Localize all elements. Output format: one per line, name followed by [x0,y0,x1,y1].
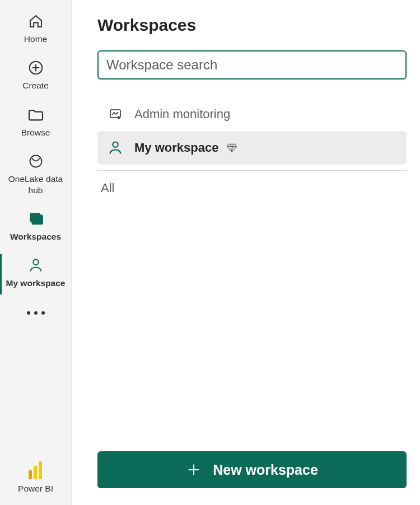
sidebar: Home Create Browse OneLake data hub Work… [0,0,72,505]
workspaces-icon [27,210,45,228]
plus-circle-icon [27,59,45,77]
home-icon [27,12,45,30]
nav-label: Browse [21,127,50,138]
nav-create[interactable]: Create [0,53,71,100]
workspace-item-label: My workspace [134,141,218,155]
person-icon [108,140,123,156]
nav-label: Workspaces [10,231,61,242]
brand-label: Power BI [18,484,53,494]
new-workspace-label: New workspace [213,462,318,478]
plus-icon [186,462,202,478]
svg-point-7 [33,260,38,265]
workspaces-panel: Workspaces Admin monitoring My workspace… [72,0,420,505]
nav-label: Home [24,34,47,44]
brand-power-bi[interactable]: Power BI [0,461,71,505]
divider [97,170,407,171]
panel-title: Workspaces [97,16,407,35]
folder-icon [27,106,45,124]
monitoring-icon [108,106,123,122]
new-workspace-button[interactable]: New workspace [97,451,407,488]
nav-browse[interactable]: Browse [0,100,71,147]
nav-more[interactable] [0,298,71,328]
nav-label: Create [22,80,49,91]
person-icon [27,256,45,274]
workspace-item-label: Admin monitoring [134,107,230,121]
nav-my-workspace[interactable]: My workspace [0,251,71,297]
workspace-item-my-workspace[interactable]: My workspace [97,131,407,165]
nav-label: OneLake data hub [2,174,69,195]
workspace-item-admin-monitoring[interactable]: Admin monitoring [97,97,407,131]
workspace-search-input[interactable] [106,57,398,73]
section-all-label: All [97,181,407,195]
power-bi-icon [29,461,43,479]
svg-point-9 [118,116,120,119]
onelake-icon [27,152,45,170]
nav-workspaces[interactable]: Workspaces [0,204,71,251]
nav-label: My workspace [6,278,66,288]
search-container [97,50,407,80]
premium-diamond-icon [226,142,237,153]
nav-onelake[interactable]: OneLake data hub [0,147,71,204]
svg-rect-6 [32,215,43,224]
svg-point-10 [113,142,118,147]
nav-home[interactable]: Home [0,7,71,53]
